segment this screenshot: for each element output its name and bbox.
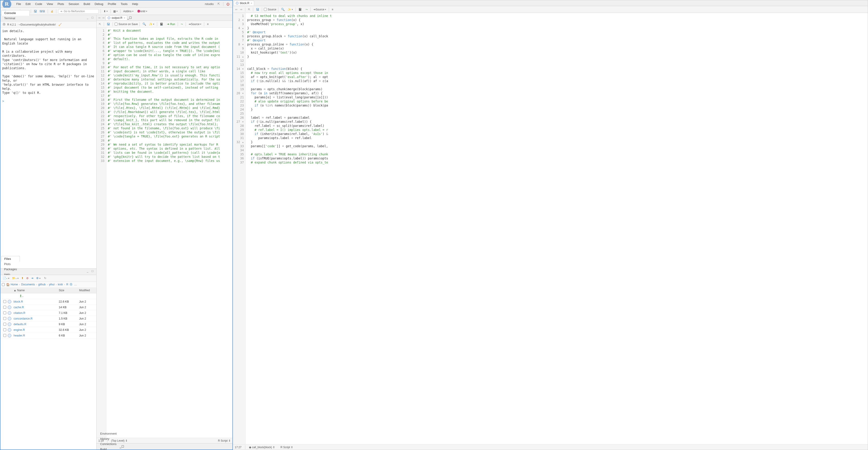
menu-tools[interactable]: Tools — [119, 1, 130, 6]
upload-button[interactable] — [20, 276, 24, 280]
compile-report-icon[interactable] — [159, 22, 164, 26]
source-menu-button[interactable]: ➔ Source — [188, 22, 202, 26]
outline-icon[interactable]: ≡ — [331, 7, 334, 11]
save-all-button[interactable]: 🖫🖫 — [39, 9, 46, 13]
file-checkbox[interactable] — [2, 311, 8, 314]
print-button[interactable]: 🖨 — [50, 9, 54, 13]
delete-button[interactable] — [25, 276, 29, 280]
file-type-dropdown[interactable]: R Script ⇕ — [218, 439, 230, 442]
code-tools-icon[interactable] — [286, 7, 294, 11]
tab-build[interactable]: Build — [97, 447, 120, 450]
tab-packages[interactable]: Packages — [1, 267, 20, 272]
close-tab-icon[interactable]: × — [251, 2, 252, 4]
file-row[interactable]: cache.R 14 KB Jun 2 — [0, 305, 96, 310]
project-popout-icon[interactable] — [216, 2, 221, 6]
minimize-icon[interactable]: ⎯ — [127, 16, 129, 20]
file-name[interactable]: header.R — [13, 334, 59, 337]
minimize-icon[interactable]: ⎯ — [87, 16, 90, 20]
menu-file[interactable]: File — [14, 1, 23, 6]
file-row[interactable]: block.R 22.6 KB Jun 2 — [0, 299, 96, 305]
rerun-icon[interactable]: ⤳ — [305, 7, 309, 11]
file-checkbox[interactable] — [2, 300, 8, 303]
breadcrumb-knitr[interactable]: knitr — [57, 283, 64, 286]
popout-icon[interactable] — [247, 7, 251, 11]
rename-button[interactable] — [30, 276, 34, 280]
breadcrumb-r[interactable]: R — [66, 283, 69, 286]
addins-button[interactable]: Addins — [122, 9, 134, 13]
popout-icon[interactable] — [98, 22, 102, 26]
source-editor[interactable]: 1234567891011121314151617181920212223242… — [97, 28, 232, 438]
breadcrumb-yihui[interactable]: yihui — [49, 283, 55, 286]
tab-history[interactable]: History — [97, 436, 120, 442]
file-row[interactable]: citation.R 7.1 KB Jun 2 — [0, 310, 96, 316]
outline-icon[interactable]: ≡ — [206, 22, 209, 26]
source-back-icon[interactable] — [234, 7, 238, 11]
source-menu-button[interactable]: ➔ Source — [312, 7, 327, 11]
breadcrumb-documents[interactable]: Documents — [21, 283, 35, 286]
maximize-icon[interactable]: ☐ — [129, 16, 132, 20]
file-checkbox[interactable] — [2, 334, 8, 337]
file-name[interactable]: engine.R — [13, 328, 59, 331]
workspace-panes-button[interactable]: ▦ — [112, 9, 119, 13]
minimize-icon[interactable]: ⎯ — [87, 270, 90, 273]
clear-console-icon[interactable] — [57, 23, 63, 27]
popout-source-editor[interactable]: 1 2 ▾3 4 ▴5 6 7 8 ▾9 10 11 ▴12 13 14 ▾15… — [233, 13, 868, 444]
rerun-icon[interactable]: ⤳ — [180, 22, 184, 26]
r-filter-icon[interactable] — [70, 283, 72, 287]
file-row[interactable]: engine.R 32.6 KB Jun 2 — [0, 327, 96, 333]
menu-session[interactable]: Session — [66, 1, 81, 6]
working-directory[interactable]: ~/Documents/github/yihui/knitr/ — [19, 23, 56, 26]
file-checkbox[interactable] — [2, 323, 8, 326]
source-on-save-checkbox[interactable]: Source on Save — [115, 23, 138, 26]
file-name[interactable]: defaults.R — [13, 323, 59, 326]
file-name[interactable]: cache.R — [13, 306, 59, 309]
vcs-button[interactable]: ⬇ — [103, 9, 108, 13]
new-blank-file-button[interactable] — [2, 276, 10, 280]
scope-indicator[interactable]: ◉ call_block(block) ⇕ — [249, 446, 275, 449]
parent-directory-row[interactable]: .. — [0, 293, 96, 299]
tab-environment[interactable]: Environment — [97, 431, 120, 436]
more-button[interactable] — [35, 276, 41, 280]
source-forward-icon[interactable] — [239, 7, 243, 11]
breadcrumb-home[interactable]: Home — [10, 283, 18, 286]
menu-code[interactable]: Code — [33, 1, 44, 6]
menu-help[interactable]: Help — [130, 1, 141, 6]
tab-terminal[interactable]: Terminal — [1, 16, 30, 21]
file-checkbox[interactable] — [2, 306, 8, 309]
find-replace-icon[interactable] — [142, 22, 147, 26]
tab-console[interactable]: Console — [1, 10, 30, 16]
code-tools-icon[interactable] — [148, 22, 155, 26]
file-row[interactable]: concordance.R 1.5 KB Jun 2 — [0, 316, 96, 322]
menu-view[interactable]: View — [44, 1, 55, 6]
minimize-icon[interactable]: ⎯ — [120, 445, 121, 448]
maximize-icon[interactable]: ☐ — [121, 445, 124, 448]
menu-debug[interactable]: Debug — [92, 1, 105, 6]
home-icon[interactable] — [6, 283, 10, 286]
console-output[interactable]: ion details. Natural language support bu… — [0, 28, 96, 268]
menu-edit[interactable]: Edit — [23, 1, 33, 6]
quit-session-icon[interactable] — [226, 2, 230, 6]
maximize-icon[interactable]: ☐ — [91, 270, 95, 273]
project-name[interactable]: rstudio — [204, 2, 215, 6]
file-checkbox[interactable] — [2, 317, 8, 320]
find-replace-icon[interactable] — [280, 7, 285, 11]
refresh-files-icon[interactable] — [43, 276, 47, 280]
source-forward-icon[interactable] — [101, 16, 105, 20]
source-tab-block-r[interactable]: block.R × — [234, 1, 254, 5]
tab-plots[interactable]: Plots — [1, 262, 20, 267]
close-tab-icon[interactable]: × — [124, 17, 125, 19]
menu-profile[interactable]: Profile — [105, 1, 119, 6]
source-back-icon[interactable] — [97, 16, 101, 20]
file-name[interactable]: citation.R — [13, 311, 59, 314]
source-on-save-checkbox[interactable]: Source — [264, 8, 276, 11]
maximize-icon[interactable]: ☐ — [91, 16, 95, 20]
file-name[interactable]: concordance.R — [13, 317, 59, 320]
file-row[interactable]: header.R 6 KB Jun 2 — [0, 333, 96, 338]
source-tab-output-r[interactable]: output.R × — [105, 16, 127, 20]
file-name[interactable]: block.R — [13, 300, 59, 303]
select-all-checkbox[interactable] — [2, 283, 5, 286]
breadcrumb-github[interactable]: github — [38, 283, 46, 286]
run-button[interactable]: Run — [166, 22, 176, 26]
project-knitr-dropdown[interactable]: 🧶 knitr — [136, 9, 148, 13]
save-file-icon[interactable] — [106, 22, 111, 26]
